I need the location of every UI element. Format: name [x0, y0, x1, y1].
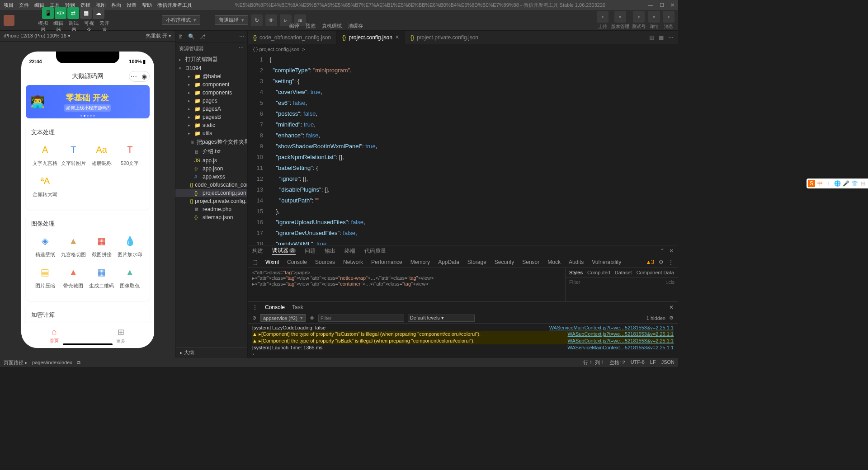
- tree-node[interactable]: {}code_obfuscation_conf...: [175, 181, 247, 189]
- banner[interactable]: 👨‍💻 零基础 开发 如何上线小程序源码?: [26, 85, 150, 118]
- devtool-tab[interactable]: Performance: [371, 259, 402, 265]
- grid-item[interactable]: ▦截图拼接: [88, 233, 116, 258]
- split-icon[interactable]: ▥: [649, 34, 654, 41]
- context-select[interactable]: appservice (#2): [260, 314, 306, 322]
- tree-node[interactable]: 🗎把pages整个文件夹导...: [175, 137, 247, 147]
- panel-tab[interactable]: 代码质量: [364, 247, 386, 255]
- status-item[interactable]: 行 1, 列 1: [583, 359, 604, 366]
- devtools-more-icon[interactable]: ⋮: [668, 259, 674, 265]
- git-icon[interactable]: ⎇: [199, 33, 206, 40]
- devtool-tab[interactable]: Security: [495, 259, 514, 265]
- code-editor[interactable]: 123456789101112131415161718 { "compileTy…: [248, 54, 678, 245]
- collapse-icon[interactable]: ⌃: [660, 248, 665, 254]
- menu-微信开发者工具[interactable]: 微信开发者工具: [157, 2, 192, 9]
- grid-item[interactable]: ◈精选壁纸: [31, 233, 60, 258]
- style-tab[interactable]: Dataset: [615, 270, 632, 275]
- devtool-tab[interactable]: Console: [287, 259, 307, 265]
- preview-icon[interactable]: 👁: [265, 14, 277, 26]
- menu-文件[interactable]: 文件: [19, 2, 29, 9]
- console-settings-icon[interactable]: ⚙: [669, 315, 674, 321]
- console-tab[interactable]: Console: [265, 304, 285, 310]
- status-item[interactable]: LF: [650, 359, 656, 366]
- editor-tab[interactable]: {}code_obfuscation_config.json: [248, 31, 337, 44]
- tree-node[interactable]: {}project.private.config.js...: [175, 197, 247, 205]
- devtool-tab[interactable]: Vulnerability: [592, 259, 621, 265]
- grid-item[interactable]: ▲九宫格切图: [59, 233, 88, 258]
- devtool-tab[interactable]: Memory: [410, 259, 430, 265]
- tree-node[interactable]: ▸📁pagesB: [175, 113, 247, 121]
- tab-more-icon[interactable]: ⋯: [668, 34, 674, 41]
- breadcrumb[interactable]: { } project.config.json>: [248, 44, 678, 54]
- win-control[interactable]: ✕: [670, 2, 675, 8]
- tree-node[interactable]: ▸📁pages: [175, 97, 247, 105]
- style-filter[interactable]: Filter: [569, 279, 580, 285]
- tree-node[interactable]: ▸📁static: [175, 121, 247, 129]
- grid-item[interactable]: 💧图片加水印: [116, 233, 144, 258]
- debugger-toggle[interactable]: ⇄: [67, 7, 79, 19]
- page-path-label[interactable]: 页面路径 ▸: [4, 359, 28, 366]
- grid-item[interactable]: ▲带壳截图: [59, 264, 88, 289]
- tree-node[interactable]: 🗎readme.php: [175, 205, 247, 213]
- menu-帮助[interactable]: 帮助: [142, 2, 152, 9]
- select-element-icon[interactable]: ⬚: [252, 259, 257, 265]
- grid-item[interactable]: ▲图像取色: [116, 264, 144, 289]
- clear-console-icon[interactable]: ⊘: [252, 315, 256, 321]
- page-path[interactable]: pages/index/index: [32, 360, 72, 365]
- outline-section[interactable]: ▸ 大纲: [175, 347, 247, 358]
- win-control[interactable]: ☐: [660, 2, 664, 8]
- console-close-icon[interactable]: ✕: [669, 304, 674, 310]
- tree-node[interactable]: ▸📁component: [175, 80, 247, 89]
- grid-item[interactable]: ▦生成二维码: [88, 264, 116, 289]
- style-tab[interactable]: Component Data: [637, 270, 674, 275]
- tree-node[interactable]: ▸📁components: [175, 89, 247, 97]
- style-tab[interactable]: Computed: [587, 270, 610, 275]
- tree-node[interactable]: ▸📁pagesA: [175, 105, 247, 113]
- close-panel-icon[interactable]: ✕: [669, 248, 674, 254]
- devtool-tab[interactable]: AppData: [438, 259, 459, 265]
- more-icon[interactable]: ⋯: [239, 33, 245, 40]
- menu-界面[interactable]: 界面: [111, 2, 121, 9]
- tree-node[interactable]: ▸📁@babel: [175, 72, 247, 80]
- tree-node[interactable]: 🗎介绍.txt: [175, 147, 247, 156]
- status-item[interactable]: UTF-8: [631, 359, 645, 366]
- tree-node[interactable]: {}project.config.json: [175, 189, 247, 197]
- avatar[interactable]: [4, 15, 14, 26]
- win-control[interactable]: —: [648, 2, 653, 8]
- levels-select[interactable]: [408, 315, 475, 322]
- tree-node[interactable]: #app.wxss: [175, 173, 247, 181]
- status-item[interactable]: 空格: 2: [609, 359, 625, 366]
- devtool-tab[interactable]: Mock: [547, 259, 561, 265]
- grid-item[interactable]: ▤图片压缩: [31, 264, 60, 289]
- panel-tab[interactable]: 终端: [344, 247, 355, 255]
- devtool-tab[interactable]: Network: [343, 259, 363, 265]
- panel-tab[interactable]: 输出: [325, 247, 335, 255]
- project-root[interactable]: ▾D1094: [175, 64, 247, 72]
- warning-badge[interactable]: ▲3: [646, 259, 654, 265]
- wxml-pane[interactable]: <"attr">class="tag">page> ▸<"attr">class…: [248, 268, 565, 301]
- settings-icon[interactable]: ⚙: [659, 259, 664, 265]
- grid-item[interactable]: T文字转图片: [59, 142, 88, 167]
- editor-tab[interactable]: {}project.private.config.json: [405, 31, 484, 44]
- layout-icon[interactable]: ▦: [659, 34, 664, 41]
- open-editors-section[interactable]: ▸打开的编辑器: [175, 55, 247, 64]
- tree-node[interactable]: ▸📁utils: [175, 129, 247, 137]
- tree-node[interactable]: {}app.json: [175, 164, 247, 173]
- copy-icon[interactable]: ⧉: [77, 360, 80, 366]
- grid-item[interactable]: Aa翅膀昵称: [88, 142, 116, 167]
- files-icon[interactable]: 🗎: [178, 33, 184, 40]
- menu-设置[interactable]: 设置: [127, 2, 137, 9]
- panel-tab[interactable]: 调试器3: [272, 247, 296, 255]
- devtool-tab[interactable]: Audits: [569, 259, 584, 265]
- eye-icon[interactable]: 👁: [310, 315, 315, 321]
- tree-node[interactable]: {}sitemap.json: [175, 213, 247, 221]
- refresh-icon[interactable]: ↻: [251, 14, 263, 26]
- tree-node[interactable]: JSapp.js: [175, 156, 247, 164]
- cloud-toggle[interactable]: ☁: [93, 7, 104, 19]
- mode-select[interactable]: 小程序模式: [162, 15, 200, 25]
- hidden-count[interactable]: 1 hidden: [646, 315, 665, 321]
- hotreload-select[interactable]: 热重载 开 ▾: [146, 33, 171, 39]
- devtool-tab[interactable]: Sources: [315, 259, 335, 265]
- style-tab[interactable]: Styles: [569, 270, 583, 275]
- compile-select[interactable]: 普通编译: [215, 15, 248, 25]
- devtool-tab[interactable]: Sensor: [522, 259, 539, 265]
